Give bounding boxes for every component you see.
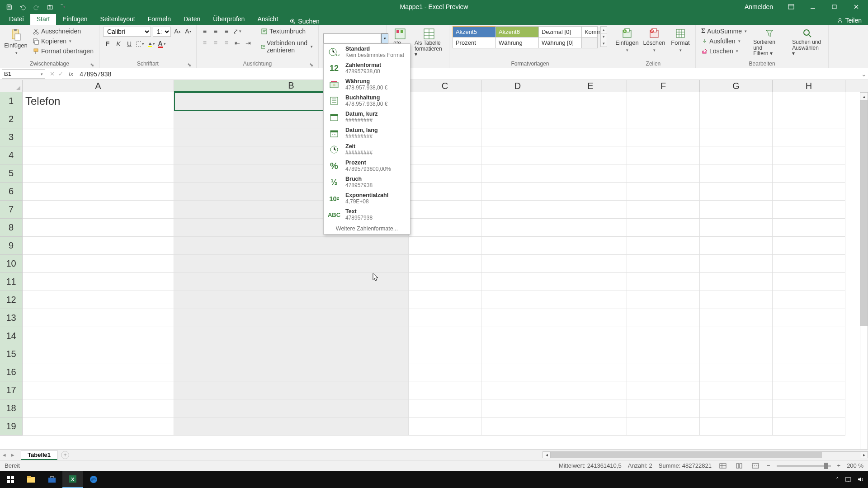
cell-C16[interactable] (409, 363, 481, 381)
cell-F19[interactable] (627, 418, 700, 436)
merge-center-button[interactable]: Verbinden und zentrieren (259, 38, 315, 55)
cell-C13[interactable] (409, 309, 481, 327)
cell-E19[interactable] (554, 418, 627, 436)
cell-A4[interactable] (23, 146, 174, 164)
cell-G15[interactable] (700, 345, 773, 363)
cell-A15[interactable] (23, 345, 174, 363)
nf-datum-lang[interactable]: Datum, lang######### (324, 125, 410, 141)
cell-E16[interactable] (554, 363, 627, 381)
cut-button[interactable]: Ausschneiden (31, 27, 95, 36)
excel-taskbar-icon[interactable]: X (62, 471, 83, 488)
tab-formeln[interactable]: Formeln (142, 14, 177, 25)
find-select-button[interactable]: Suchen undAuswählen ▾ (790, 27, 825, 57)
cell-A3[interactable] (23, 128, 174, 146)
row-header-13[interactable]: 13 (0, 309, 23, 327)
cell-H14[interactable] (773, 327, 845, 345)
cell-H19[interactable] (773, 418, 845, 436)
tray-network-icon[interactable] (844, 476, 852, 483)
start-menu-icon[interactable] (0, 471, 21, 488)
cell-D19[interactable] (481, 418, 554, 436)
row-header-8[interactable]: 8 (0, 219, 23, 237)
copy-button[interactable]: Kopieren (31, 37, 95, 46)
cell-B17[interactable] (174, 381, 409, 399)
bold-icon[interactable]: F (103, 39, 112, 48)
cell-H2[interactable] (773, 110, 845, 128)
column-header-C[interactable]: C (409, 80, 481, 92)
styles-scroll-down-icon[interactable]: ▾ (600, 33, 607, 40)
cell-H13[interactable] (773, 309, 845, 327)
cell-D6[interactable] (481, 183, 554, 201)
cell-A6[interactable] (23, 183, 174, 201)
cell-F3[interactable] (627, 128, 700, 146)
cell-G17[interactable] (700, 381, 773, 399)
vscroll-thumb[interactable] (860, 100, 868, 326)
nf-datum-kurz[interactable]: Datum, kurz######### (324, 109, 410, 125)
cell-H6[interactable] (773, 183, 845, 201)
cell-D15[interactable] (481, 345, 554, 363)
nf-text[interactable]: ABCText478957938 (324, 206, 410, 223)
align-launcher-icon[interactable]: ⬊ (308, 62, 315, 68)
format-as-table-button[interactable]: Als Tabelleformatieren ▾ (413, 27, 445, 58)
nf-zeit[interactable]: Zeit######### (324, 141, 410, 158)
nf-exponential[interactable]: 102Exponentialzahl4,79E+08 (324, 190, 410, 206)
nf-prozent[interactable]: %Prozent47895793800,00% (324, 158, 410, 174)
zoom-out-icon[interactable]: − (767, 462, 770, 469)
cell-H12[interactable] (773, 291, 845, 309)
cell-C8[interactable] (409, 219, 481, 237)
cell-C5[interactable] (409, 164, 481, 183)
ribbon-display-icon[interactable] (781, 0, 801, 13)
column-header-E[interactable]: E (554, 80, 627, 92)
cell-B16[interactable] (174, 363, 409, 381)
vscroll-up-icon[interactable]: ▴ (860, 92, 868, 100)
row-header-5[interactable]: 5 (0, 164, 23, 183)
cell-C9[interactable] (409, 237, 481, 255)
cell-E15[interactable] (554, 345, 627, 363)
style-waehrung[interactable]: Währung (495, 37, 539, 48)
cell-H16[interactable] (773, 363, 845, 381)
font-size-select[interactable]: 11 (153, 27, 171, 37)
hscroll-left-icon[interactable]: ◂ (542, 451, 551, 458)
align-left-icon[interactable]: ≡ (200, 38, 209, 47)
signin-link[interactable]: Anmelden (745, 3, 773, 10)
maximize-icon[interactable] (825, 0, 844, 13)
cell-E9[interactable] (554, 237, 627, 255)
view-pagelayout-icon[interactable] (734, 462, 744, 469)
cell-D8[interactable] (481, 219, 554, 237)
cell-F2[interactable] (627, 110, 700, 128)
cell-G19[interactable] (700, 418, 773, 436)
store-icon[interactable] (42, 471, 62, 488)
styles-scroll-up-icon[interactable]: ▴ (600, 26, 607, 33)
insert-cells-button[interactable]: Einfügen (615, 27, 639, 54)
cell-H11[interactable] (773, 273, 845, 291)
cell-G4[interactable] (700, 146, 773, 164)
cell-F5[interactable] (627, 164, 700, 183)
cell-A13[interactable] (23, 309, 174, 327)
row-header-14[interactable]: 14 (0, 327, 23, 345)
minimize-icon[interactable] (803, 0, 823, 13)
cell-A14[interactable] (23, 327, 174, 345)
cell-E11[interactable] (554, 273, 627, 291)
cell-B15[interactable] (174, 345, 409, 363)
row-header-10[interactable]: 10 (0, 255, 23, 273)
hscroll-track[interactable] (551, 451, 860, 458)
qat-customize-icon[interactable]: ‾ (57, 0, 70, 13)
fill-button[interactable]: Ausfüllen (699, 37, 749, 46)
cell-D5[interactable] (481, 164, 554, 183)
zoom-in-icon[interactable]: + (837, 462, 841, 469)
wrap-text-button[interactable]: Textumbruch (259, 27, 315, 36)
cell-G8[interactable] (700, 219, 773, 237)
align-center-icon[interactable]: ≡ (211, 38, 220, 47)
align-bottom-icon[interactable]: ≡ (222, 27, 231, 36)
row-header-6[interactable]: 6 (0, 183, 23, 201)
sheet-nav-next-icon[interactable]: ▸ (9, 451, 17, 458)
cell-C10[interactable] (409, 255, 481, 273)
cell-A7[interactable] (23, 201, 174, 219)
decrease-indent-icon[interactable]: ⇤ (233, 38, 242, 47)
clear-button[interactable]: Löschen (699, 47, 749, 56)
style-dezimal0[interactable]: Dezimal [0] (538, 26, 582, 38)
formula-expand-icon[interactable]: ⌄ (860, 70, 868, 78)
sheet-tab-tabelle1[interactable]: Tabelle1 (21, 450, 57, 460)
row-header-15[interactable]: 15 (0, 345, 23, 363)
cell-G12[interactable] (700, 291, 773, 309)
tell-me-search[interactable]: Suchen (289, 18, 319, 25)
